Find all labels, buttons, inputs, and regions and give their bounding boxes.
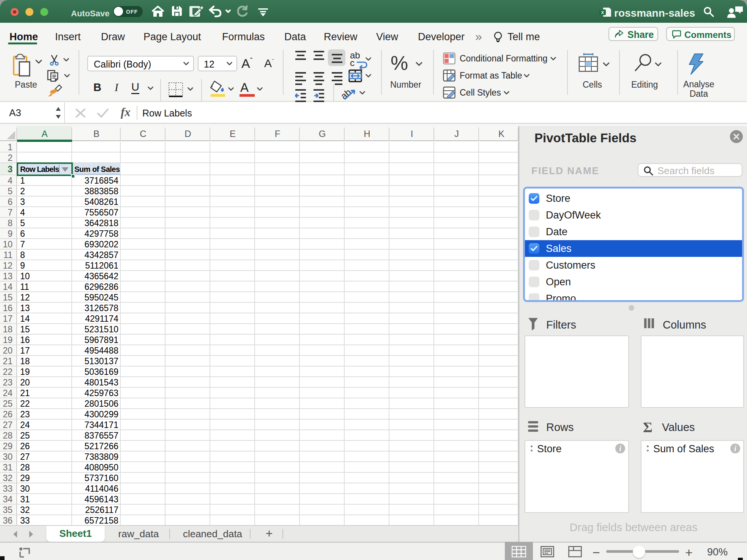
svg-text:X: X [601,10,604,15]
